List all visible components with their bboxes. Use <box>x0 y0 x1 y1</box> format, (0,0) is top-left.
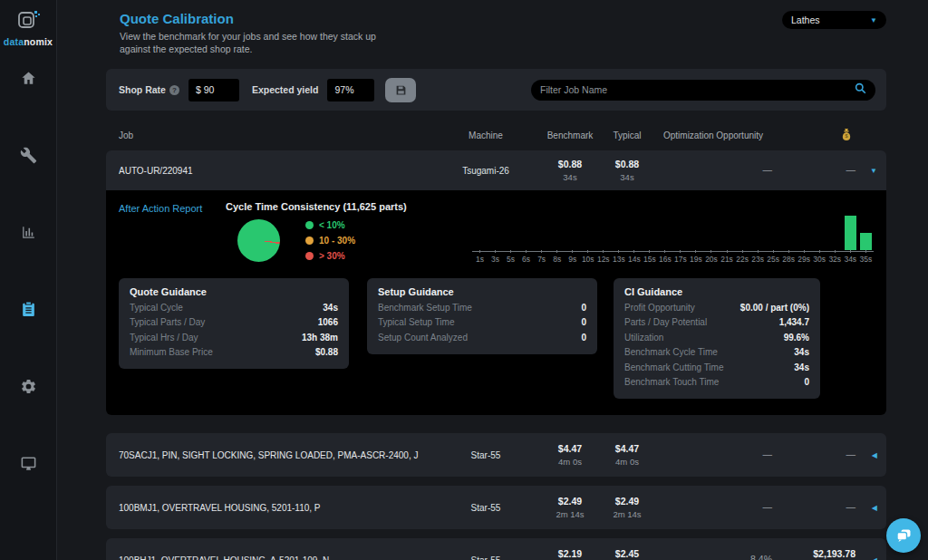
optimization-value-cell: — <box>772 500 856 514</box>
histogram-bar <box>860 233 872 250</box>
consistency-pie-chart <box>237 219 280 262</box>
histogram-slot: 14s <box>626 214 642 264</box>
guidance-value: 1,434.7 <box>779 317 809 327</box>
guidance-value: 34s <box>323 303 338 313</box>
guidance-label: Benchmark Cutting Time <box>624 362 724 372</box>
machine-name: Star-55 <box>431 503 540 513</box>
legend-item: 10 - 30% <box>305 233 355 248</box>
guidance-row: Utilization99.6% <box>624 330 809 345</box>
histogram-slot: 10s <box>580 214 595 264</box>
after-action-report-link[interactable]: After Action Report <box>119 203 226 264</box>
guidance-row: Benchmark Cycle Time34s <box>624 345 809 361</box>
datanomix-logo[interactable]: datanomix <box>4 7 53 47</box>
axis-tick-label: 35s <box>859 253 872 264</box>
sidebar: datanomix <box>0 0 57 560</box>
quote-guidance-panel: Quote Guidance Typical Cycle34sTypical P… <box>119 278 349 369</box>
job-name: 70SACJ1, PIN, SIGHT LOCKING, SPRING LOAD… <box>119 450 431 460</box>
axis-tick-label: 30s <box>813 253 826 264</box>
sidebar-item-displays[interactable] <box>17 452 39 474</box>
page-subtitle: View the benchmark for your jobs and see… <box>120 30 392 55</box>
shop-rate-input[interactable] <box>188 79 239 101</box>
typical-cell: $2.452m 11s <box>600 547 654 560</box>
axis-tick-label: 15s <box>643 253 656 264</box>
guidance-label: Benchmark Touch Time <box>624 377 719 387</box>
axis-tick-label: 32s <box>828 253 841 264</box>
sidebar-item-analytics[interactable] <box>17 221 39 243</box>
guidance-row: Typical Setup Time0 <box>378 315 586 331</box>
guidance-label: Setup Count Analyzed <box>378 333 468 343</box>
expand-caret-icon[interactable]: ◀ <box>856 451 877 459</box>
machine-group-dropdown-value: Lathes <box>791 14 820 25</box>
axis-tick-label: 23s <box>751 253 764 264</box>
guidance-label: Minimum Base Price <box>130 347 213 357</box>
histogram-slot: 23s <box>750 214 766 264</box>
expand-caret-icon[interactable]: ◀ <box>856 504 877 512</box>
guidance-value: $0.88 <box>315 347 338 357</box>
optimization-value-cell: — <box>772 163 856 177</box>
search-icon[interactable] <box>855 82 866 98</box>
setup-guidance-panel: Setup Guidance Benchmark Setup Time0Typi… <box>367 278 597 354</box>
after-action-panel: After Action Report Cycle Time Consisten… <box>106 190 886 415</box>
axis-tick-label: 6s <box>522 253 530 264</box>
histogram-slot: 34s <box>843 214 858 264</box>
guidance-value: 0 <box>804 377 809 387</box>
guidance-row: Typical Parts / Day1066 <box>130 315 338 331</box>
sidebar-item-settings[interactable] <box>17 375 39 397</box>
histogram-slot: 32s <box>827 214 843 264</box>
save-button[interactable] <box>385 78 416 102</box>
home-icon <box>20 70 37 87</box>
job-filter-input[interactable] <box>540 84 855 95</box>
histogram-slot: 7s <box>534 214 549 264</box>
guidance-label: Typical Setup Time <box>378 317 454 327</box>
histogram-slot: 8s <box>549 214 565 264</box>
guidance-value: 0 <box>581 333 586 343</box>
optimization-pct-cell: — <box>654 163 772 177</box>
legend-item: > 30% <box>305 248 355 264</box>
floppy-disk-icon <box>395 84 407 96</box>
axis-tick-label: 16s <box>659 253 672 264</box>
chat-button[interactable] <box>886 518 921 553</box>
guidance-row: Profit Opportunity$0.00 / part (0%) <box>624 300 809 315</box>
histogram-slot: 6s <box>518 214 534 264</box>
job-list: AUTO-UR/220941Tsugami-26$0.8834s$0.8834s… <box>106 150 886 560</box>
guidance-value: 34s <box>794 362 809 372</box>
job-row[interactable]: 100BMJ1, OVERTRAVEL HOUSING, 5201-110, P… <box>106 486 886 529</box>
bar-chart-icon <box>20 224 37 241</box>
job-filter <box>531 80 875 101</box>
guidance-row: Parts / Day Potential1,434.7 <box>624 315 809 331</box>
histogram-slot: 29s <box>797 214 812 264</box>
monitor-icon <box>20 455 37 472</box>
svg-text:$: $ <box>845 133 847 139</box>
quote-calibration-app: datanomix Quote Calibration View the ben… <box>0 0 928 560</box>
sidebar-item-home[interactable] <box>17 67 39 89</box>
rate-toolbar: Shop Rate ? Expected yield <box>106 69 886 111</box>
collapse-caret-icon[interactable]: ▼ <box>856 167 877 175</box>
job-row[interactable]: 100BHJ1, OVERTRAVEL HOUSING, A-5201-109,… <box>106 538 886 560</box>
expected-yield-label: Expected yield <box>252 84 319 95</box>
guidance-value: 99.6% <box>784 333 809 343</box>
column-header-machine: Machine <box>431 130 540 140</box>
help-icon[interactable]: ? <box>169 85 179 95</box>
sidebar-item-tools[interactable] <box>17 144 39 166</box>
table-header: Job Machine Benchmark Typical Optimizati… <box>106 121 886 150</box>
job-row[interactable]: AUTO-UR/220941Tsugami-26$0.8834s$0.8834s… <box>106 150 886 190</box>
histogram-slot: 13s <box>611 214 626 264</box>
histogram-slot: 17s <box>672 214 688 264</box>
axis-tick-label: 17s <box>674 253 687 264</box>
guidance-label: Typical Cycle <box>130 303 183 313</box>
expected-yield-input[interactable] <box>327 79 374 101</box>
sidebar-item-quote-calibration[interactable] <box>17 298 39 320</box>
column-header-job: Job <box>119 130 431 140</box>
axis-tick-label: 12s <box>597 253 610 264</box>
axis-tick-label: 19s <box>690 253 702 264</box>
guidance-row: Benchmark Cutting Time34s <box>624 360 809 375</box>
axis-tick-label: 29s <box>798 253 810 264</box>
shop-rate-label: Shop Rate <box>119 84 166 95</box>
guidance-label: Profit Opportunity <box>624 303 695 313</box>
expand-caret-icon[interactable]: ◀ <box>856 556 877 560</box>
job-row[interactable]: 70SACJ1, PIN, SIGHT LOCKING, SPRING LOAD… <box>106 433 886 477</box>
typical-cell: $4.474m 0s <box>600 442 654 468</box>
optimization-value-cell: $2,193.78$0.21 <box>772 547 856 560</box>
benchmark-cell: $2.191m 58s <box>540 547 600 560</box>
machine-group-dropdown[interactable]: Lathes ▼ <box>782 11 886 29</box>
